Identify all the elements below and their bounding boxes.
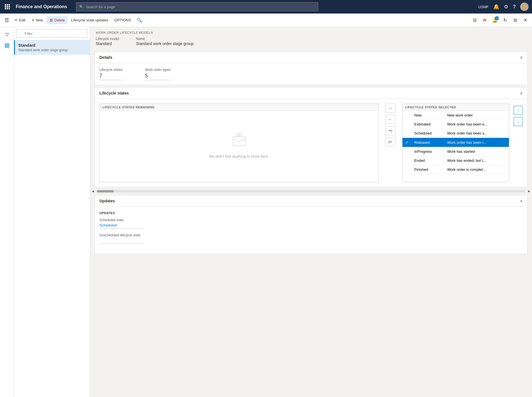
record-header: Lifecycle model Standard Name Standard w… bbox=[90, 36, 532, 49]
hamburger-menu-button[interactable]: ☰ bbox=[2, 15, 11, 25]
action-bar: ☰ ✏ Edit + New 🗑 Delete Lifecycle state … bbox=[0, 14, 532, 27]
svg-rect-13 bbox=[233, 137, 245, 146]
scroll-left-arrow[interactable]: ◀ bbox=[90, 190, 96, 193]
svg-rect-5 bbox=[9, 6, 10, 8]
details-card-header[interactable]: Details ∧ bbox=[95, 52, 527, 63]
unscheduled-state-value[interactable] bbox=[99, 238, 144, 244]
list-item-title: Standard bbox=[18, 43, 86, 48]
scheduled-state-value[interactable]: Scheduled bbox=[99, 223, 144, 229]
edit-button[interactable]: ✏ Edit bbox=[12, 16, 28, 24]
new-label: New bbox=[36, 18, 43, 22]
state-name-ended: Ended bbox=[411, 156, 444, 165]
move-all-right-button[interactable]: ⇒| bbox=[385, 126, 395, 135]
lifecycle-states-card-header[interactable]: Lifecycle states ∧ bbox=[95, 88, 527, 99]
name-value: Standard work order stage group bbox=[136, 41, 194, 46]
check-cell-estimated bbox=[402, 120, 411, 129]
state-row-inprogress[interactable]: InProgress Work has started bbox=[402, 147, 509, 156]
svg-rect-4 bbox=[7, 6, 8, 8]
delete-button[interactable]: 🗑 Delete bbox=[46, 16, 68, 24]
move-up-button[interactable]: ↑ bbox=[514, 106, 523, 115]
state-row-estimated[interactable]: Estimated Work order has been e... bbox=[402, 120, 509, 129]
move-down-button[interactable]: ↓ bbox=[514, 117, 523, 126]
filter-input-wrapper: 🔍 bbox=[16, 29, 88, 38]
lifecycle-states-field: Lifecycle states 7 bbox=[99, 68, 123, 80]
scroll-thumb[interactable] bbox=[97, 190, 114, 192]
horizontal-scrollbar[interactable]: ◀ ▶ bbox=[90, 189, 532, 193]
pin-icon-button[interactable]: ⊟ bbox=[470, 16, 479, 25]
scroll-right-arrow[interactable]: ▶ bbox=[526, 190, 532, 193]
state-row-ended[interactable]: Ended Work has ended, but t... bbox=[402, 156, 509, 165]
unscheduled-state-group: Unscheduled lifecycle state bbox=[99, 233, 523, 245]
empty-text: We didn't find anything to show here. bbox=[209, 154, 269, 158]
settings-gear-icon[interactable]: ⚙ bbox=[504, 4, 508, 10]
name-field: Name Standard work order stage group bbox=[136, 37, 194, 46]
scroll-track[interactable] bbox=[97, 190, 525, 192]
close-button[interactable]: ✕ bbox=[521, 16, 530, 25]
lifecycle-label: Lifecycle state updates bbox=[71, 18, 108, 22]
delete-trash-icon: 🗑 bbox=[49, 18, 53, 22]
scheduled-state-label: Scheduled state bbox=[99, 218, 523, 222]
global-search-box[interactable]: 🔍 Search for a page bbox=[76, 2, 318, 11]
filter-input[interactable] bbox=[16, 29, 88, 38]
edit-label: Edit bbox=[19, 18, 25, 22]
updates-card-header[interactable]: Updates ∧ bbox=[95, 195, 527, 207]
move-right-button[interactable]: → bbox=[385, 104, 395, 113]
list-item-subtitle: Standard work order stage group bbox=[18, 48, 86, 52]
open-new-window-button[interactable]: ⧉ bbox=[511, 16, 520, 25]
state-name-new: New bbox=[411, 111, 444, 120]
updates-card-body: UPDATES Scheduled state Scheduled Unsche… bbox=[95, 207, 527, 254]
svg-rect-12 bbox=[5, 47, 9, 48]
remaining-panel: LIFECYCLE STATES REMAINING We did bbox=[99, 104, 379, 182]
list-view-icon[interactable] bbox=[2, 41, 12, 51]
notification-bell-icon[interactable]: 🔔 bbox=[493, 4, 499, 10]
top-bar-right-actions: USMF 🔔 ⚙ ? bbox=[478, 3, 529, 11]
move-left-button[interactable]: ← bbox=[385, 115, 395, 124]
app-title: Finance and Operations bbox=[16, 4, 67, 9]
help-question-icon[interactable]: ? bbox=[513, 4, 516, 9]
updates-collapse-icon: ∧ bbox=[520, 199, 523, 203]
grid-menu-button[interactable] bbox=[3, 3, 11, 11]
selected-panel: LIFECYCLE STATES SELECTED New New work o… bbox=[402, 104, 509, 182]
check-cell-released: ✓ bbox=[402, 138, 411, 147]
delete-label: Delete bbox=[54, 18, 65, 22]
state-row-scheduled[interactable]: Scheduled Work order has been s... bbox=[402, 129, 509, 138]
svg-rect-6 bbox=[5, 8, 6, 9]
breadcrumb-text: WORK ORDER LIFECYCLE MODELS bbox=[96, 31, 153, 34]
work-order-types-field: Work order types 5 bbox=[145, 68, 171, 80]
state-name-inprogress: InProgress bbox=[411, 147, 444, 156]
state-row-new[interactable]: New New work order bbox=[402, 111, 509, 120]
filter-funnel-icon[interactable]: ▽ bbox=[2, 29, 12, 39]
filter-section: 🔍 bbox=[14, 27, 90, 40]
refresh-button[interactable]: ↻ bbox=[500, 16, 509, 25]
left-icon-sidebar: ▽ bbox=[0, 27, 14, 397]
order-buttons: ↑ ↓ bbox=[514, 104, 523, 126]
check-cell-finished bbox=[402, 165, 411, 174]
state-desc-scheduled: Work order has been s... bbox=[444, 129, 509, 138]
notification-badge-button[interactable]: 🔔 0 bbox=[490, 16, 499, 25]
lifecycle-model-label: Lifecycle model bbox=[96, 37, 119, 41]
new-button[interactable]: + New bbox=[29, 16, 46, 24]
lifecycle-state-updates-button[interactable]: Lifecycle state updates bbox=[68, 16, 111, 24]
svg-rect-11 bbox=[5, 46, 9, 46]
move-all-left-button[interactable]: |⇐ bbox=[385, 137, 395, 146]
search-icon: 🔍 bbox=[79, 5, 84, 9]
remaining-empty-state: We didn't find anything to show here. bbox=[100, 111, 378, 178]
main-layout: ▽ 🔍 Standard Standard work order stage g… bbox=[0, 27, 532, 397]
options-button[interactable]: OPTIONS bbox=[112, 16, 134, 24]
state-row-released[interactable]: ✓ Released Work order has been r... bbox=[402, 138, 509, 147]
list-item-standard[interactable]: Standard Standard work order stage group bbox=[14, 40, 90, 55]
search-action-button[interactable]: 🔍 bbox=[134, 16, 144, 24]
svg-rect-2 bbox=[9, 4, 10, 6]
list-panel: 🔍 Standard Standard work order stage gro… bbox=[14, 27, 90, 397]
work-order-types-label: Work order types bbox=[145, 68, 171, 72]
updates-title: Updates bbox=[99, 199, 115, 203]
action-bar-right: ⊟ W 🔔 0 ↻ ⧉ ✕ bbox=[470, 16, 530, 25]
state-row-finished[interactable]: Finished Work order is complet... bbox=[402, 165, 509, 174]
svg-point-14 bbox=[238, 134, 240, 136]
states-table: New New work order Estimated Work order … bbox=[402, 111, 509, 174]
office-icon-button[interactable]: W bbox=[480, 16, 489, 25]
user-avatar[interactable] bbox=[520, 3, 529, 11]
scheduled-state-group: Scheduled state Scheduled bbox=[99, 218, 523, 229]
state-name-finished: Finished bbox=[411, 165, 444, 174]
lifecycle-grid: LIFECYCLE STATES REMAINING We did bbox=[99, 104, 523, 182]
